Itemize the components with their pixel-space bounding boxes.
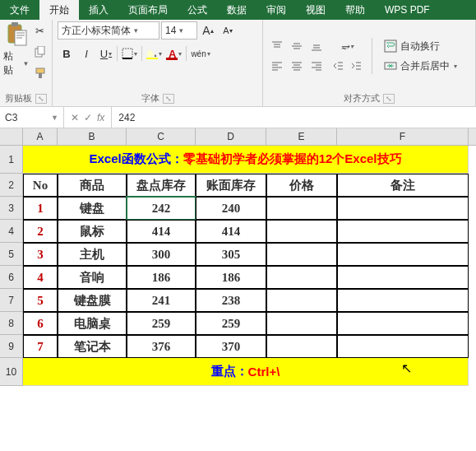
cell-book-count[interactable]: 186 xyxy=(196,266,266,289)
header-cell[interactable]: 账面库存 xyxy=(196,174,266,197)
cell-stock-count[interactable]: 186 xyxy=(127,266,196,289)
wrap-text-button[interactable]: 自动换行 xyxy=(379,37,462,55)
cell-book-count[interactable]: 370 xyxy=(196,335,266,358)
tab-审阅[interactable]: 审阅 xyxy=(256,0,296,20)
header-cell[interactable]: 价格 xyxy=(266,174,337,197)
cell-stock-count[interactable]: 242 xyxy=(127,197,196,220)
cell-no[interactable]: 5 xyxy=(23,289,58,312)
col-header[interactable]: F xyxy=(337,128,469,145)
fx-icon[interactable]: fx xyxy=(97,112,104,123)
col-header[interactable]: B xyxy=(58,128,127,145)
font-launcher-icon[interactable]: ⤡ xyxy=(163,94,174,104)
cell-product[interactable]: 鼠标 xyxy=(58,220,127,243)
col-header[interactable]: A xyxy=(23,128,58,145)
font-size-combo[interactable]: 14▾ xyxy=(161,21,197,40)
cell-book-count[interactable]: 259 xyxy=(196,312,266,335)
font-name-combo[interactable]: 方正小标宋简体▾ xyxy=(58,21,159,40)
cell-no[interactable]: 2 xyxy=(23,220,58,243)
cell-remark[interactable] xyxy=(337,243,469,266)
cell-stock-count[interactable]: 300 xyxy=(127,243,196,266)
cancel-icon[interactable]: ✕ xyxy=(71,112,79,123)
col-header[interactable]: E xyxy=(266,128,337,145)
cell-no[interactable]: 6 xyxy=(23,312,58,335)
phonetic-icon[interactable]: wén▾ xyxy=(188,44,212,63)
enter-icon[interactable]: ✓ xyxy=(84,112,92,123)
cell-price[interactable] xyxy=(266,220,337,243)
cell-price[interactable] xyxy=(266,335,337,358)
cell-remark[interactable] xyxy=(337,197,469,220)
tab-帮助[interactable]: 帮助 xyxy=(335,0,375,20)
align-bottom-icon[interactable] xyxy=(307,37,326,55)
header-cell[interactable]: No xyxy=(23,174,58,197)
cell-product[interactable]: 电脑桌 xyxy=(58,312,127,335)
cell-product[interactable]: 笔记本 xyxy=(58,335,127,358)
cell-remark[interactable] xyxy=(337,312,469,335)
cell-no[interactable]: 1 xyxy=(23,197,58,220)
row-header[interactable]: 4 xyxy=(0,220,23,243)
italic-button[interactable]: I xyxy=(77,44,95,63)
align-launcher-icon[interactable]: ⤡ xyxy=(383,94,395,104)
header-cell[interactable]: 商品 xyxy=(58,174,127,197)
tab-视图[interactable]: 视图 xyxy=(296,0,335,20)
format-painter-icon[interactable] xyxy=(31,64,49,82)
tab-公式[interactable]: 公式 xyxy=(178,0,217,20)
select-all-corner[interactable] xyxy=(0,128,23,145)
cell-book-count[interactable]: 414 xyxy=(196,220,266,243)
underline-button[interactable]: U▾ xyxy=(97,44,115,63)
decrease-indent-icon[interactable] xyxy=(329,57,347,75)
cell-price[interactable] xyxy=(266,243,337,266)
cut-icon[interactable]: ✂ xyxy=(31,21,49,40)
cell-no[interactable]: 4 xyxy=(23,266,58,289)
row-header[interactable]: 3 xyxy=(0,197,23,220)
cell-stock-count[interactable]: 414 xyxy=(127,220,196,243)
row-header[interactable]: 1 xyxy=(0,146,23,174)
cell-price[interactable] xyxy=(266,289,337,312)
row-header[interactable]: 10 xyxy=(0,358,23,386)
cell-product[interactable]: 键盘 xyxy=(58,197,127,220)
border-icon[interactable]: ▾ xyxy=(119,44,140,63)
row-header[interactable]: 7 xyxy=(0,289,23,312)
row-header[interactable]: 6 xyxy=(0,266,23,289)
font-color-icon[interactable]: A▾ xyxy=(166,44,184,63)
tab-页面布局[interactable]: 页面布局 xyxy=(118,0,178,20)
header-cell[interactable]: 盘点库存 xyxy=(127,174,196,197)
align-left-icon[interactable] xyxy=(268,57,286,75)
cell-price[interactable] xyxy=(266,266,337,289)
paste-icon[interactable] xyxy=(3,21,30,48)
copy-icon[interactable] xyxy=(31,43,49,61)
row-header[interactable]: 8 xyxy=(0,312,23,335)
cell-price[interactable] xyxy=(266,312,337,335)
row-header[interactable]: 2 xyxy=(0,174,23,197)
align-middle-icon[interactable] xyxy=(288,37,306,55)
cell-remark[interactable] xyxy=(337,220,469,243)
tab-数据[interactable]: 数据 xyxy=(217,0,256,20)
cell-no[interactable]: 7 xyxy=(23,335,58,358)
cell-stock-count[interactable]: 376 xyxy=(127,335,196,358)
align-top-icon[interactable] xyxy=(268,37,286,55)
tab-开始[interactable]: 开始 xyxy=(39,0,79,20)
tab-文件[interactable]: 文件 xyxy=(0,0,39,20)
cell-book-count[interactable]: 240 xyxy=(196,197,266,220)
tab-WPS PDF[interactable]: WPS PDF xyxy=(375,0,440,20)
cell-book-count[interactable]: 305 xyxy=(196,243,266,266)
orientation-icon[interactable]: ⥴▾ xyxy=(329,37,365,55)
cell-remark[interactable] xyxy=(337,289,469,312)
bold-button[interactable]: B xyxy=(58,44,76,63)
cell-product[interactable]: 主机 xyxy=(58,243,127,266)
title-cell[interactable]: Excel函数公式：零基础初学者必须掌握的12个Excel技巧 xyxy=(23,146,469,174)
decrease-font-icon[interactable]: A▾ xyxy=(219,21,237,40)
cell-product[interactable]: 音响 xyxy=(58,266,127,289)
cell-remark[interactable] xyxy=(337,335,469,358)
col-header[interactable]: C xyxy=(127,128,196,145)
row-header[interactable]: 5 xyxy=(0,243,23,266)
increase-indent-icon[interactable] xyxy=(347,57,365,75)
name-box[interactable]: C3▼ xyxy=(0,107,64,128)
align-center-icon[interactable] xyxy=(288,57,306,75)
row-header[interactable]: 9 xyxy=(0,335,23,358)
fill-color-icon[interactable]: ▾ xyxy=(144,44,164,63)
cell-book-count[interactable]: 238 xyxy=(196,289,266,312)
col-header[interactable]: D xyxy=(196,128,266,145)
header-cell[interactable]: 备注 xyxy=(337,174,469,197)
align-right-icon[interactable] xyxy=(307,57,326,75)
formula-input[interactable]: 242 xyxy=(112,107,476,128)
